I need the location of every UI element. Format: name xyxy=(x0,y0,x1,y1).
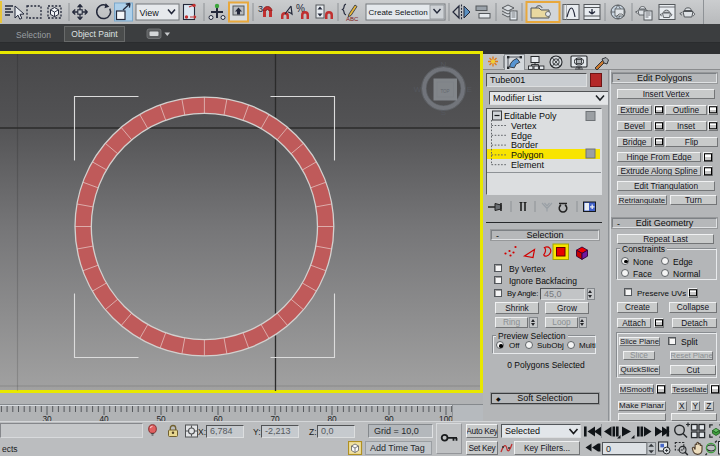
svg-text:S: S xyxy=(441,107,446,116)
svg-text:3: 3 xyxy=(258,4,263,14)
svg-text:ABC: ABC xyxy=(346,16,359,22)
svg-text:E: E xyxy=(467,84,472,93)
svg-text:Create Selection Se: Create Selection Se xyxy=(369,8,441,17)
svg-text:W: W xyxy=(414,84,422,93)
svg-text:0: 0 xyxy=(606,444,611,454)
svg-text:N: N xyxy=(441,60,447,69)
svg-text:View: View xyxy=(140,8,160,18)
svg-text:TOP: TOP xyxy=(440,88,449,93)
